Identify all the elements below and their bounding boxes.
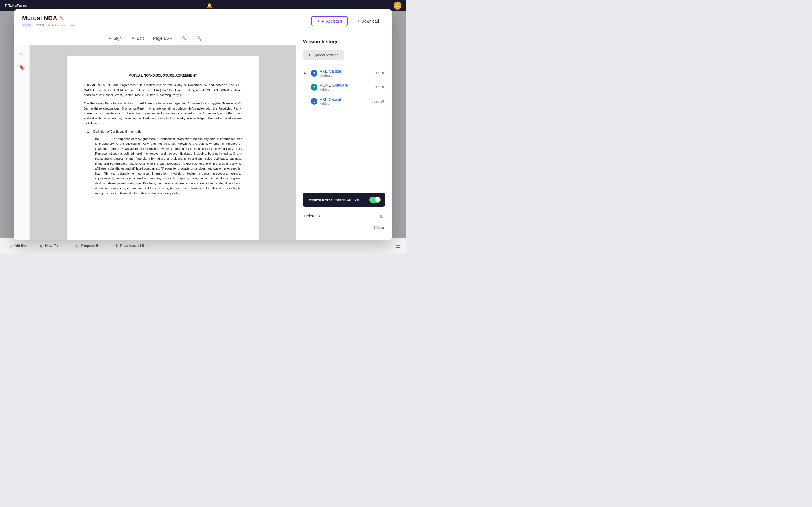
document-main-title: MUTUAL NON-DISCLOSURE AGREEMENT xyxy=(84,73,242,78)
bottom-right-controls: ☰ xyxy=(396,243,400,249)
version-history-panel: Version history ⬆ Upload revision ▶ 3 AX… xyxy=(296,32,392,240)
modal-title-row: Mutual NDA ✏️ xyxy=(22,15,75,22)
request-review-toggle[interactable] xyxy=(369,196,380,203)
sign-button[interactable]: ✒ Sign xyxy=(106,35,124,42)
request-review-label: Request review from ACME Soft... xyxy=(307,198,363,202)
file-type-badge: DOCX xyxy=(22,23,33,27)
document-content-area[interactable]: MUTUAL NON-DISCLOSURE AGREEMENT THIS AGR… xyxy=(30,45,296,240)
document-toolbar: ✒ Sign ✏ Edit Page 1/5 ▾ 🔍 xyxy=(14,32,296,45)
section-1-num: 1. xyxy=(87,130,90,133)
add-desc-icon: ⊕ xyxy=(48,23,50,27)
ai-assistant-label: AI Assistant xyxy=(322,19,342,23)
version-action-1: Added xyxy=(320,102,371,106)
version-info-2: ACME Software Added xyxy=(320,83,371,92)
list-view-icon[interactable]: ☰ xyxy=(396,243,400,249)
request-files-icon: ⊞ xyxy=(76,244,80,248)
zoom-in-icon: 🔍 xyxy=(197,36,201,41)
version-company-1[interactable]: AXE Capital xyxy=(320,97,371,102)
edit-button[interactable]: ✏ Edit xyxy=(130,35,146,42)
version-action-3: Updated xyxy=(320,73,371,77)
upload-icon: ⬆ xyxy=(308,53,311,57)
version-row-3: ▶ 3 AXE Capital Updated Sep 18 xyxy=(303,67,385,80)
document-side-icons: ⧉ 🔖 xyxy=(14,45,30,240)
page-label: Page 1/5 xyxy=(153,36,169,41)
version-item-2: ▶ 2 ACME Software Added Sep 18 xyxy=(303,81,385,94)
version-item-1: ▶ 1 AXE Capital Added Sep 18 xyxy=(303,95,385,108)
zoom-out-button[interactable]: 🔍 xyxy=(179,35,189,42)
download-all-icon: ⬇ xyxy=(115,244,118,248)
zoom-in-button[interactable]: 🔍 xyxy=(194,35,204,42)
modal-body: ✒ Sign ✏ Edit Page 1/5 ▾ 🔍 xyxy=(14,32,392,240)
trash-icon: 🗑 xyxy=(379,214,384,219)
modal-overlay: Mutual NDA ✏️ DOCX 233KB ⊕ Add descripti… xyxy=(0,11,406,238)
edit-icon: ✏ xyxy=(132,36,135,41)
download-all-button[interactable]: ⬇ Download all files xyxy=(112,242,151,250)
version-badge-1: 1 xyxy=(311,98,317,105)
upload-revision-label: Upload revision xyxy=(313,53,339,57)
document-section-1a: (a) For purposes of this Agreement, "Con… xyxy=(95,136,242,196)
upload-revision-button[interactable]: ⬆ Upload revision xyxy=(303,50,344,60)
add-files-button[interactable]: ⊞ Add files xyxy=(6,242,31,250)
add-description-label: Add description xyxy=(52,23,75,27)
version-item-3: ▶ 3 AXE Capital Updated Sep 18 xyxy=(303,67,385,80)
user-avatar[interactable]: A xyxy=(394,2,402,10)
download-button[interactable]: ⬇ Download xyxy=(351,17,384,25)
version-expand-3[interactable]: ▶ xyxy=(304,71,308,75)
close-button-row: Close xyxy=(303,222,385,233)
version-bottom-actions: Request review from ACME Soft... Delete … xyxy=(303,188,385,233)
page-dropdown[interactable]: Page 1/5 ▾ xyxy=(151,36,174,41)
version-action-2: Added xyxy=(320,88,371,92)
modal-meta: DOCX 233KB ⊕ Add description xyxy=(22,23,75,27)
modal-title: Mutual NDA xyxy=(22,15,57,22)
new-folder-button[interactable]: ⊞ New Folder xyxy=(37,242,66,250)
version-badge-2: 2 xyxy=(311,84,317,91)
version-info-3: AXE Capital Updated xyxy=(320,69,371,77)
section-1-title-text: Definition of Confidential Information xyxy=(93,130,143,133)
version-row-2: ▶ 2 ACME Software Added Sep 18 xyxy=(303,81,385,94)
version-badge-3: 3 xyxy=(311,70,317,76)
section-1a-text: For purposes of this Agreement, "Confide… xyxy=(95,137,242,195)
modal-header: Mutual NDA ✏️ DOCX 233KB ⊕ Add descripti… xyxy=(14,9,392,32)
bookmarks-icon[interactable]: 🔖 xyxy=(17,63,26,71)
chevron-down-icon: ▾ xyxy=(170,36,172,41)
document-view-area: ⧉ 🔖 MUTUAL NON-DISCLOSURE AGREEMENT THIS… xyxy=(14,45,296,240)
version-company-2[interactable]: ACME Software xyxy=(320,83,371,88)
edit-label: Edit xyxy=(137,36,144,41)
download-label: Download xyxy=(361,19,379,23)
delete-file-label: Delete file xyxy=(304,214,321,218)
modal-header-actions: ✦ AI Assistant ⬇ Download xyxy=(311,16,384,26)
app-logo: T TakeTurns xyxy=(4,3,28,8)
ai-sparkle-icon: ✦ xyxy=(317,19,320,23)
request-review-row: Request review from ACME Soft... xyxy=(303,193,385,207)
document-section-1-title: 1. Definition of Confidential Informatio… xyxy=(84,129,242,134)
ai-assistant-button[interactable]: ✦ AI Assistant xyxy=(311,16,348,26)
close-button[interactable]: Close xyxy=(374,225,384,230)
thumbnails-icon[interactable]: ⧉ xyxy=(19,50,25,59)
request-files-label: Request files xyxy=(81,244,102,248)
document-paragraph-1: THIS AGREEMENT (the "Agreement") is ente… xyxy=(84,83,242,98)
section-1a-label: (a) xyxy=(95,137,99,140)
add-files-icon: ⊞ xyxy=(8,244,12,248)
download-icon: ⬇ xyxy=(356,19,360,23)
edit-title-icon[interactable]: ✏️ xyxy=(59,16,64,20)
page-info: Page 1/5 ▾ xyxy=(151,36,174,41)
version-expand-1[interactable]: ▶ xyxy=(304,100,308,103)
add-description-button[interactable]: ⊕ Add description xyxy=(48,23,75,27)
add-files-label: Add files xyxy=(13,244,28,248)
document-modal: Mutual NDA ✏️ DOCX 233KB ⊕ Add descripti… xyxy=(14,9,392,240)
delete-file-row[interactable]: Delete file 🗑 xyxy=(303,210,385,222)
version-info-1: AXE Capital Added xyxy=(320,97,371,106)
request-files-button[interactable]: ⊞ Request files xyxy=(73,242,105,250)
version-history-title: Version history xyxy=(303,39,385,45)
file-size: 233KB xyxy=(35,23,45,27)
zoom-out-icon: 🔍 xyxy=(182,36,186,41)
toggle-knob xyxy=(375,197,380,202)
version-expand-2[interactable]: ▶ xyxy=(304,86,308,89)
notification-bell-icon[interactable]: 🔔 xyxy=(207,3,212,8)
version-date-1: Sep 18 xyxy=(373,100,384,103)
version-date-3: Sep 18 xyxy=(373,71,384,75)
sign-label: Sign xyxy=(114,36,121,41)
download-all-label: Download all files xyxy=(120,244,149,248)
bottom-toolbar: ⊞ Add files ⊞ New Folder ⊞ Request files… xyxy=(0,238,406,253)
version-company-3[interactable]: AXE Capital xyxy=(320,69,371,73)
